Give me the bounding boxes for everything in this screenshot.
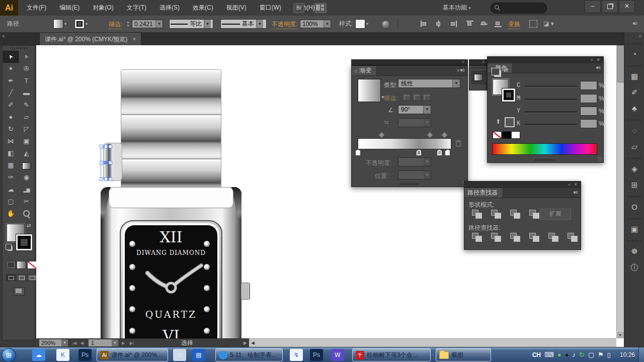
status-expand-icon[interactable]: ▶: [244, 339, 247, 347]
mini-fill-stroke-icon[interactable]: [492, 68, 500, 75]
hand-tool[interactable]: ✋: [3, 208, 19, 220]
selection-handle[interactable]: [100, 177, 103, 181]
artboard-number-field[interactable]: 1: [89, 339, 112, 346]
blend-tool[interactable]: ◉: [19, 171, 34, 184]
selection-handle[interactable]: [104, 177, 108, 181]
pathfinder-panel-icon[interactable]: ▱: [627, 140, 641, 153]
collapse-icon[interactable]: «: [591, 57, 594, 62]
next-artboard-icon[interactable]: ▶: [122, 339, 125, 347]
brush-definition-dropdown[interactable]: 基本 ▼: [220, 19, 267, 29]
document-setup-icon[interactable]: [381, 20, 390, 29]
scroll-left-icon[interactable]: ◀: [251, 339, 255, 347]
mini-dock-header[interactable]: »: [469, 59, 487, 65]
column-graph-tool[interactable]: ▂▆: [19, 184, 34, 196]
watch-band-link[interactable]: [121, 69, 221, 115]
thunder-icon[interactable]: ↯: [290, 349, 303, 361]
wechat-icon[interactable]: ●: [557, 351, 561, 358]
speaker-icon[interactable]: ♪: [572, 351, 576, 358]
transform-panel-icon[interactable]: ▣: [627, 223, 641, 236]
width-profile-dropdown[interactable]: 等比 ▼: [169, 19, 213, 29]
bridge-button[interactable]: Br: [293, 3, 304, 13]
pencil-tool[interactable]: ✎: [19, 99, 34, 111]
shape-builder-tool[interactable]: ◧: [3, 147, 19, 159]
collapse-diamond-icon[interactable]: ◇: [355, 69, 358, 73]
draw-inside-button[interactable]: [27, 274, 37, 281]
selection-center-point[interactable]: [104, 161, 108, 164]
gradient-panel-tab[interactable]: ◇渐变: [352, 66, 377, 75]
task-illustrator[interactable]: Ai 课件.ai* @ 200%...: [97, 348, 168, 361]
gradient-dock-header[interactable]: »: [351, 59, 468, 65]
watch-hands[interactable]: [120, 220, 222, 338]
panel-grip[interactable]: [10, 47, 27, 49]
gradient-midpoint[interactable]: [378, 132, 385, 138]
dock-grip[interactable]: [628, 65, 641, 67]
swap-fill-stroke-icon[interactable]: ⇄: [504, 67, 508, 73]
shape-mode-minus-front-button[interactable]: [490, 209, 504, 220]
network-icon[interactable]: ▢: [588, 351, 594, 358]
gradient-stop[interactable]: [437, 149, 442, 156]
task-video-course[interactable]: 5-11、绘制手表...: [215, 348, 283, 361]
stroke-weight-stepper[interactable]: ▲▼: [126, 20, 130, 28]
menu-item-edit[interactable]: 编辑(E): [53, 0, 86, 16]
stroke-color-dropdown[interactable]: ▾: [74, 20, 88, 28]
pathfinder-trim-button[interactable]: [490, 232, 504, 243]
clock[interactable]: 10:26: [620, 347, 635, 362]
swap-fill-stroke-icon[interactable]: ⇄: [27, 223, 31, 228]
color-panel-header[interactable]: « ✕: [488, 57, 603, 63]
panel-menu-icon[interactable]: ▾≡: [596, 65, 600, 70]
panel-grip[interactable]: [399, 183, 420, 185]
menu-item-effect[interactable]: 效果(C): [186, 0, 220, 16]
mouse-icon[interactable]: ▯: [607, 351, 611, 358]
channel-slider[interactable]: [525, 99, 577, 101]
scale-tool[interactable]: ◸: [19, 123, 34, 135]
pathfinder-minus-back-button[interactable]: [566, 232, 580, 243]
dock-grip[interactable]: [471, 67, 485, 69]
prev-artboard-icon[interactable]: ◀: [80, 339, 84, 347]
channel-slider[interactable]: [525, 85, 577, 87]
close-tab-icon[interactable]: ×: [132, 36, 136, 43]
band-recess[interactable]: [109, 187, 233, 208]
chevron-down-icon[interactable]: ▼: [423, 106, 431, 114]
bounding-box-icon[interactable]: [529, 20, 537, 28]
stroke-weight-label[interactable]: 描边:: [109, 20, 122, 29]
transform-link[interactable]: 变换: [508, 20, 520, 29]
gradient-angle-field[interactable]: 90° ▼: [398, 105, 431, 114]
dock-grip[interactable]: [628, 43, 641, 45]
artboard-tool[interactable]: ▢: [3, 196, 19, 208]
align-bottom-button[interactable]: [494, 21, 502, 27]
photoshop-icon[interactable]: Ps: [78, 349, 92, 361]
input-language-indicator[interactable]: CH: [532, 351, 541, 358]
arrange-documents-button[interactable]: [314, 3, 327, 13]
vertical-scrollbar-thumb[interactable]: [617, 45, 624, 82]
selection-handle[interactable]: [109, 161, 112, 164]
pathfinder-merge-button[interactable]: [509, 232, 523, 243]
panel-menu-icon[interactable]: ▾≡: [573, 190, 578, 195]
width-tool[interactable]: ⋈: [3, 135, 19, 147]
calculator-icon[interactable]: ∷: [173, 349, 186, 361]
selection-handle[interactable]: [104, 145, 108, 148]
selection-tool[interactable]: ➤: [3, 51, 19, 63]
stroke-color-swatch[interactable]: [16, 234, 33, 251]
perspective-grid-tool[interactable]: ◭: [19, 147, 34, 159]
pathfinder-panel-tab[interactable]: 路径查找器: [464, 188, 503, 198]
photoshop-2-icon[interactable]: Ps: [310, 349, 323, 361]
close-icon[interactable]: ✕: [574, 182, 579, 187]
dock-grip[interactable]: [628, 196, 641, 198]
layers-panel-icon[interactable]: ◈: [627, 162, 641, 175]
color-mode-button[interactable]: [6, 261, 16, 269]
expand-icon[interactable]: »: [482, 59, 485, 64]
isolate-selected-dropdown[interactable]: ◪ ▾: [543, 20, 558, 28]
brushes-panel-icon[interactable]: ✐: [627, 86, 641, 99]
none-swatch[interactable]: [493, 131, 502, 139]
dock-grip[interactable]: [628, 119, 641, 121]
align-left-button[interactable]: [421, 21, 429, 27]
channel-value-field[interactable]: [580, 94, 597, 103]
opacity-field[interactable]: 100% ▼: [300, 20, 331, 28]
vertical-scrollbar[interactable]: [616, 45, 624, 332]
rotate-tool[interactable]: ↻: [3, 123, 19, 135]
watch-crown[interactable]: [241, 283, 250, 300]
restore-button[interactable]: [602, 0, 618, 13]
free-transform-tool[interactable]: ▣: [19, 135, 34, 147]
swatches-panel-icon[interactable]: ▦: [627, 70, 641, 83]
symbols-panel-icon[interactable]: ♣: [627, 102, 641, 115]
